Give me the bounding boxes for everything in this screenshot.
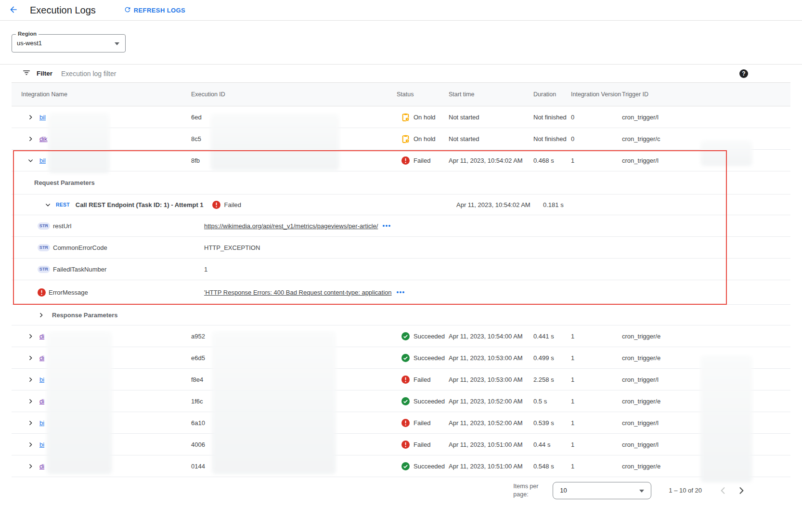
collapse-task-button[interactable] xyxy=(45,202,51,208)
task-row: REST Call REST Endpoint (Task ID: 1) - A… xyxy=(12,195,790,215)
response-parameters-header: Response Parameters xyxy=(12,305,790,325)
execution-id-cell: 6a10 xyxy=(191,419,397,427)
expand-row-button[interactable] xyxy=(27,441,34,448)
param-name: ErrorMessage xyxy=(49,289,88,296)
execution-logs-table: Integration Name Execution ID Status Sta… xyxy=(12,82,790,477)
integration-name-link[interactable]: di xyxy=(39,354,44,362)
start-time-cell: Apr 11, 2023, 10:51:00 AM xyxy=(449,463,533,470)
back-arrow-icon xyxy=(9,5,18,16)
items-per-page-select[interactable]: 10 xyxy=(553,482,651,499)
param-name: FailedlTaskNumber xyxy=(53,266,106,273)
execution-id-cell: 4006 xyxy=(191,441,397,448)
request-parameters-label: Request Parameters xyxy=(34,179,95,186)
integration-name-link[interactable]: dik xyxy=(39,135,48,143)
expand-value-button[interactable] xyxy=(397,291,399,293)
filter-label: Filter xyxy=(37,70,52,77)
previous-page-icon xyxy=(718,486,728,495)
status-cell: Failed xyxy=(397,419,449,427)
table-row: di 0144 Succeeded Apr 11, 2023, 10:51:00… xyxy=(12,455,790,477)
error-message-value: 'HTTP Response Errors: 400 Bad Request c… xyxy=(204,289,392,296)
table-header: Integration Name Execution ID Status Sta… xyxy=(12,82,790,106)
collapse-row-button[interactable] xyxy=(27,157,34,164)
integration-name-link[interactable]: di xyxy=(39,333,44,340)
duration-cell: 0.44 s xyxy=(533,441,571,448)
status-cell: On hold xyxy=(397,135,449,143)
expand-row-button[interactable] xyxy=(27,420,34,426)
expand-row-button[interactable] xyxy=(27,333,34,339)
execution-id-cell: a952 xyxy=(191,333,397,340)
rest-task-icon: REST xyxy=(56,202,70,208)
expand-row-button[interactable] xyxy=(27,463,34,469)
trigger-id-cell: cron_trigger/l xyxy=(622,114,790,121)
version-cell: 1 xyxy=(571,333,622,340)
dropdown-caret-icon xyxy=(115,42,119,45)
expand-row-button[interactable] xyxy=(27,355,34,361)
integration-name-link[interactable]: di xyxy=(39,398,44,405)
expand-row-button[interactable] xyxy=(27,136,34,142)
failed-icon xyxy=(401,441,410,449)
region-select[interactable]: Region us-west1 xyxy=(12,34,126,52)
integration-name-link[interactable]: bil xyxy=(39,157,46,164)
status-text: Failed xyxy=(414,441,430,448)
items-per-page-value: 10 xyxy=(553,482,651,499)
trigger-id-cell: cron_trigger/e xyxy=(622,333,790,340)
failed-icon xyxy=(401,419,410,427)
integration-name-link[interactable]: bi xyxy=(39,419,44,427)
dropdown-caret-icon xyxy=(639,490,644,493)
expand-row-button[interactable] xyxy=(27,114,34,120)
status-text: Failed xyxy=(414,376,430,383)
help-icon[interactable]: ? xyxy=(739,69,748,78)
version-cell: 0 xyxy=(571,135,622,143)
rest-url-link[interactable]: https://wikimedia.org/api/rest_v1/metric… xyxy=(204,222,378,230)
trigger-id-cell: cron_trigger/e xyxy=(622,354,790,362)
expand-row-button[interactable] xyxy=(27,376,34,383)
duration-cell: 0.548 s xyxy=(533,463,571,470)
status-text: Succeeded xyxy=(414,354,445,362)
integration-name-link[interactable]: bil xyxy=(39,114,46,121)
integration-name-link[interactable]: bi xyxy=(39,376,44,383)
execution-logs-page: Execution Logs REFRESH LOGS Region us-we… xyxy=(0,0,802,532)
refresh-logs-label: REFRESH LOGS xyxy=(134,7,185,14)
duration-cell: 0.5 s xyxy=(533,398,571,405)
expand-row-button[interactable] xyxy=(27,398,34,404)
version-cell: 1 xyxy=(571,398,622,405)
start-time-cell: Apr 11, 2023, 10:52:00 AM xyxy=(449,398,533,405)
param-value: HTTP_EXCEPTION xyxy=(204,244,260,251)
status-cell: Succeeded xyxy=(397,332,449,340)
succeeded-icon xyxy=(401,332,410,340)
error-icon xyxy=(38,288,46,297)
region-value: us-west1 xyxy=(12,35,125,52)
table-row: bil 6ed On hold Not started Not finished… xyxy=(12,106,790,128)
next-page-icon[interactable] xyxy=(737,486,746,495)
status-text: Failed xyxy=(414,157,430,164)
filter-input[interactable] xyxy=(61,70,263,78)
start-time-cell: Apr 11, 2023, 10:52:00 AM xyxy=(449,419,533,427)
status-text: On hold xyxy=(414,114,436,121)
expand-response-button[interactable] xyxy=(38,312,44,318)
back-button[interactable] xyxy=(9,5,19,15)
expand-value-button[interactable] xyxy=(383,225,385,227)
table-row: bi f8e4 Failed Apr 11, 2023, 10:53:00 AM… xyxy=(12,369,790,390)
duration-cell: 0.499 s xyxy=(533,354,571,362)
status-cell: Succeeded xyxy=(397,462,449,470)
response-parameters-label: Response Parameters xyxy=(52,311,118,319)
integration-name-link[interactable]: di xyxy=(39,463,44,470)
top-bar: Execution Logs REFRESH LOGS xyxy=(0,0,802,21)
column-integration-version: Integration Version xyxy=(571,91,622,98)
integration-name-link[interactable]: bi xyxy=(39,441,44,448)
param-name: CommonErrorCode xyxy=(53,244,107,251)
failed-icon xyxy=(212,201,220,209)
pagination-bar: Items per page: 10 1 – 10 of 20 xyxy=(12,477,790,504)
refresh-logs-button[interactable]: REFRESH LOGS xyxy=(124,6,185,15)
execution-id-cell: 6ed xyxy=(191,114,397,121)
column-trigger-id: Trigger ID xyxy=(622,91,790,98)
param-row: STR restUrl https://wikimedia.org/api/re… xyxy=(12,215,790,237)
start-time-cell: Apr 11, 2023, 10:53:00 AM xyxy=(449,376,533,383)
filter-icon xyxy=(22,68,31,79)
page-title: Execution Logs xyxy=(30,5,96,16)
execution-id-cell: e6d5 xyxy=(191,354,397,362)
version-cell: 1 xyxy=(571,354,622,362)
duration-cell: 0.539 s xyxy=(533,419,571,427)
succeeded-icon xyxy=(401,354,410,362)
version-cell: 1 xyxy=(571,419,622,427)
